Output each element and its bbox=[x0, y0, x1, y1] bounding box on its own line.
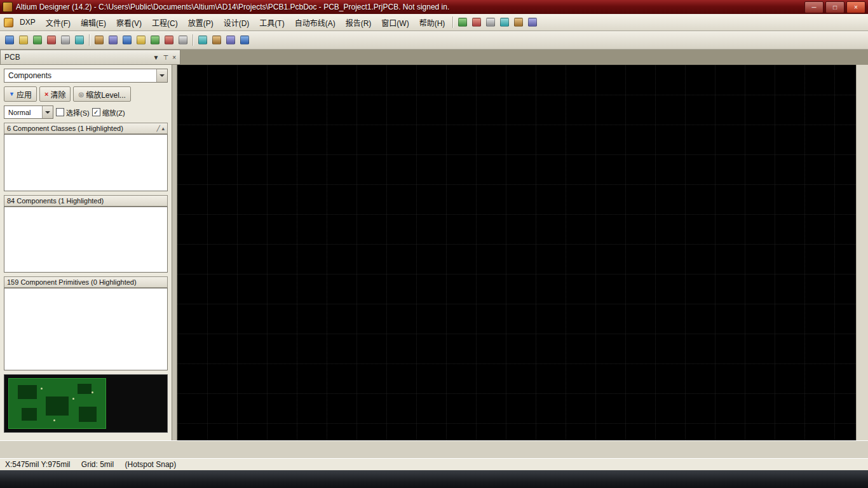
status-bar: X:5475mil Y:975mil Grid: 5mil (Hotspot S… bbox=[0, 458, 868, 470]
zoom-checkbox[interactable]: 缩放(Z) bbox=[92, 107, 125, 118]
print-icon[interactable] bbox=[45, 34, 58, 46]
windows-taskbar bbox=[0, 470, 868, 488]
panel-close-icon[interactable]: × bbox=[172, 54, 176, 61]
main-toolbar bbox=[0, 31, 868, 50]
zoom-fit-icon[interactable] bbox=[107, 34, 119, 46]
dxp-icon bbox=[4, 18, 13, 27]
layer-tab-bar bbox=[179, 441, 868, 458]
primitives-table bbox=[4, 288, 168, 370]
cursor-coordinates: X:5475mil Y:975mil bbox=[5, 460, 71, 469]
pcb-panel-header: PCB ▼ ⊤ × bbox=[0, 50, 180, 65]
display-mode-select[interactable]: Normal bbox=[4, 105, 53, 119]
save-document-icon[interactable] bbox=[31, 34, 44, 46]
menu-project[interactable]: 工程(C) bbox=[147, 15, 183, 30]
menu-tools[interactable]: 工具(T) bbox=[254, 15, 289, 30]
checkbox-unchecked-icon bbox=[56, 108, 64, 116]
zoom-level-button[interactable]: ◎ 缩放Level... bbox=[73, 86, 130, 102]
menu-place[interactable]: 放置(P) bbox=[183, 15, 219, 30]
undo-icon[interactable] bbox=[196, 34, 209, 46]
interactive-routing-icon[interactable] bbox=[238, 34, 251, 46]
checkbox-checked-icon bbox=[92, 108, 100, 116]
panel-pin-icon[interactable]: ⊤ bbox=[163, 54, 168, 61]
pcb-panel: Components ▼ 应用 × 清除 ◎ 缩放Level... Normal bbox=[0, 65, 172, 440]
separator bbox=[193, 34, 193, 46]
component-classes-list bbox=[4, 134, 168, 191]
pcb-editor-canvas[interactable] bbox=[177, 65, 856, 440]
menu-autoroute[interactable]: 自动布线(A) bbox=[290, 15, 341, 30]
zoom-window-icon[interactable] bbox=[93, 34, 105, 46]
apply-button[interactable]: ▼ 应用 bbox=[4, 86, 37, 102]
primitives-list-header[interactable]: 159 Component Primitives (0 Highlighted) bbox=[4, 276, 168, 288]
close-button[interactable]: × bbox=[846, 1, 865, 13]
browse-mode-select[interactable]: Components bbox=[4, 69, 168, 83]
move-object-icon[interactable] bbox=[149, 34, 161, 46]
funnel-icon: ▼ bbox=[9, 91, 15, 97]
menu-view[interactable]: 察看(V) bbox=[111, 15, 147, 30]
components-table bbox=[4, 207, 168, 273]
zoom-selection-icon[interactable] bbox=[121, 34, 133, 46]
menu-dxp[interactable]: DXP bbox=[15, 15, 41, 29]
menu-file[interactable]: 文件(F) bbox=[41, 15, 76, 30]
sort-icon: ╱ ▴ bbox=[157, 125, 165, 132]
combo-arrow-icon[interactable] bbox=[156, 69, 167, 82]
minimize-button[interactable]: ─ bbox=[804, 1, 824, 13]
menu-bar: DXP文件(F)编辑(E)察看(V)工程(C)放置(P)设计(D)工具(T)自动… bbox=[0, 14, 868, 31]
grid-readout: Grid: 5mil bbox=[81, 460, 114, 469]
menu-design[interactable]: 设计(D) bbox=[219, 15, 255, 30]
magnifier-icon: ◎ bbox=[78, 91, 84, 98]
clear-button[interactable]: × 清除 bbox=[39, 86, 71, 102]
snap-readout: (Hotspot Snap) bbox=[125, 460, 177, 469]
deselect-all-icon[interactable] bbox=[163, 34, 175, 46]
combo-arrow-icon[interactable] bbox=[42, 106, 53, 118]
pcb-canvas[interactable] bbox=[177, 65, 857, 440]
menu-edit[interactable]: 编辑(E) bbox=[76, 15, 111, 30]
units-toggle-icon[interactable] bbox=[526, 16, 539, 29]
panel-menu-icon[interactable]: ▼ bbox=[153, 54, 159, 61]
clear-filter-icon[interactable] bbox=[177, 34, 189, 46]
document-tab-row: PCB ▼ ⊤ × bbox=[0, 50, 868, 65]
new-document-icon[interactable] bbox=[3, 34, 16, 46]
device-view-icon[interactable] bbox=[73, 34, 86, 46]
maximize-button[interactable]: □ bbox=[825, 1, 844, 13]
cross-probe-icon[interactable] bbox=[484, 16, 497, 29]
right-dock-tabs bbox=[856, 65, 868, 440]
align-objects-icon[interactable] bbox=[498, 16, 511, 29]
wire-edit-icon[interactable] bbox=[456, 16, 469, 29]
bottom-bar bbox=[0, 440, 868, 458]
window-title: Altium Designer (14.2) - C:\Users\Public… bbox=[16, 3, 803, 11]
menu-window[interactable]: 窗口(W) bbox=[376, 15, 414, 30]
component-classes-header[interactable]: 6 Component Classes (1 Highlighted) ╱ ▴ bbox=[4, 123, 168, 134]
select-checkbox[interactable]: 选择(S) bbox=[56, 107, 90, 118]
separator bbox=[89, 34, 90, 46]
open-document-icon[interactable] bbox=[17, 34, 30, 46]
clear-x-icon: × bbox=[44, 90, 48, 98]
preview-board bbox=[8, 378, 106, 429]
panel-splitter[interactable] bbox=[172, 65, 177, 440]
find-text-icon[interactable] bbox=[224, 34, 237, 46]
altium-window: Altium Designer (14.2) - C:\Users\Public… bbox=[0, 0, 868, 488]
grid-cycle-icon[interactable] bbox=[512, 16, 525, 29]
place-line-icon[interactable] bbox=[470, 16, 483, 29]
pcb-panel-title: PCB bbox=[4, 53, 20, 62]
board-preview[interactable] bbox=[4, 374, 168, 433]
redo-icon[interactable] bbox=[210, 34, 223, 46]
app-icon bbox=[3, 2, 13, 12]
select-area-icon[interactable] bbox=[135, 34, 147, 46]
menu-help[interactable]: 帮助(H) bbox=[414, 15, 451, 30]
panel-tabs bbox=[0, 441, 179, 458]
separator bbox=[452, 17, 453, 28]
components-list-header[interactable]: 84 Components (1 Highlighted) bbox=[4, 195, 168, 207]
menu-reports[interactable]: 报告(R) bbox=[341, 15, 377, 30]
print-preview-icon[interactable] bbox=[59, 34, 72, 46]
title-bar: Altium Designer (14.2) - C:\Users\Public… bbox=[0, 0, 868, 14]
